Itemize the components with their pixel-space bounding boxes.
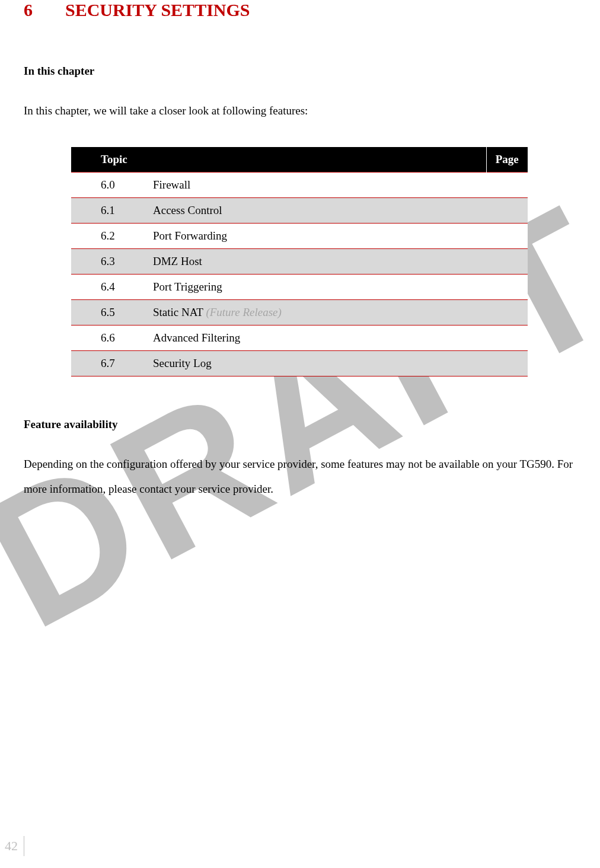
toc-row: 6.4 Port Triggering	[71, 274, 528, 299]
toc-page	[486, 274, 528, 299]
toc-page	[486, 325, 528, 350]
toc-row: 6.6 Advanced Filtering	[71, 325, 528, 350]
toc-page	[486, 223, 528, 248]
toc-header-page: Page	[486, 147, 528, 173]
toc-row: 6.5 Static NAT (Future Release)	[71, 299, 528, 325]
toc-num: 6.5	[71, 299, 148, 325]
toc-page	[486, 350, 528, 376]
toc-num: 6.3	[71, 248, 148, 274]
toc-header-topic: Topic	[71, 147, 486, 173]
chapter-heading: 6 SECURITY SETTINGS	[24, 0, 576, 20]
toc-topic: Access Control	[148, 197, 486, 223]
toc-page	[486, 299, 528, 325]
toc-num: 6.4	[71, 274, 148, 299]
in-this-chapter-intro: In this chapter, we will take a closer l…	[24, 98, 576, 123]
toc-row: 6.0 Firewall	[71, 172, 528, 197]
chapter-number: 6	[24, 0, 33, 20]
toc-num: 6.0	[71, 172, 148, 197]
toc-row: 6.2 Port Forwarding	[71, 223, 528, 248]
feature-availability-body: Depending on the configuration offered b…	[24, 452, 576, 502]
toc-page	[486, 248, 528, 274]
in-this-chapter-heading: In this chapter	[24, 65, 576, 78]
toc-num: 6.6	[71, 325, 148, 350]
toc-topic: Security Log	[148, 350, 486, 376]
toc-row: 6.1 Access Control	[71, 197, 528, 223]
toc-table: Topic Page 6.0 Firewall 6.1 Access Contr…	[71, 147, 528, 376]
toc-topic: Advanced Filtering	[148, 325, 486, 350]
toc-page	[486, 172, 528, 197]
toc-page	[486, 197, 528, 223]
toc-topic: Port Triggering	[148, 274, 486, 299]
toc-header-row: Topic Page	[71, 147, 528, 173]
toc-topic: Firewall	[148, 172, 486, 197]
toc-num: 6.7	[71, 350, 148, 376]
toc-num: 6.1	[71, 197, 148, 223]
page-number: 42	[0, 836, 24, 856]
chapter-title: SECURITY SETTINGS	[65, 0, 250, 20]
toc-row: 6.3 DMZ Host	[71, 248, 528, 274]
toc-topic: Port Forwarding	[148, 223, 486, 248]
page-number-box: 42	[0, 836, 24, 856]
toc-num: 6.2	[71, 223, 148, 248]
feature-availability-heading: Feature availability	[24, 418, 576, 431]
toc-topic: DMZ Host	[148, 248, 486, 274]
toc-topic: Static NAT (Future Release)	[148, 299, 486, 325]
toc-row: 6.7 Security Log	[71, 350, 528, 376]
